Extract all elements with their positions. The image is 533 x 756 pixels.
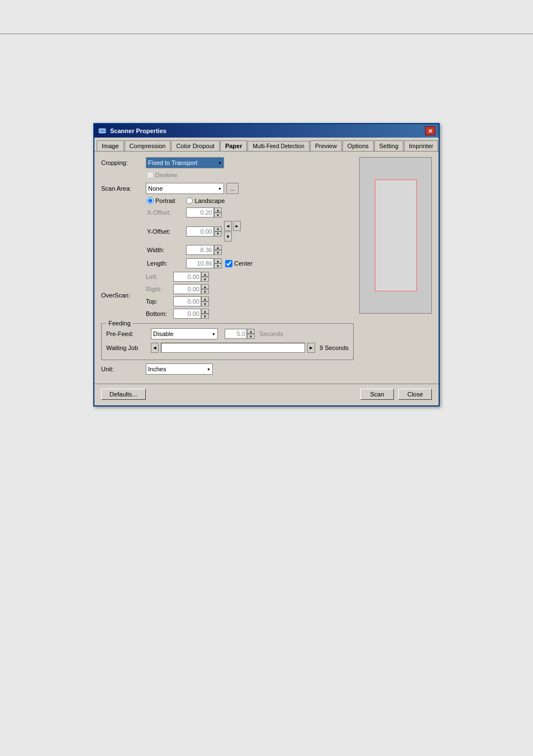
right-input[interactable]	[173, 284, 201, 294]
length-down-btn[interactable]: ▼	[214, 263, 222, 268]
unit-row: Unit: Inches	[101, 363, 354, 375]
length-up-btn[interactable]: ▲	[214, 258, 222, 263]
scan-area-label: Scan Area:	[101, 185, 146, 192]
xoffset-input[interactable]	[186, 207, 214, 218]
nav-left-btn[interactable]: ◄	[224, 221, 232, 231]
yoffset-row: Y-Offset: ▲ ▼ ◄	[147, 221, 354, 242]
orientation-row: Portrait Landscape	[147, 197, 354, 204]
length-label: Length:	[147, 260, 168, 267]
right-down-btn[interactable]: ▼	[201, 289, 209, 294]
landscape-radio-label[interactable]: Landscape	[186, 197, 225, 204]
tab-color-dropout[interactable]: Color Dropout	[171, 140, 219, 151]
form-section: Cropping: Fixed to Transport	[101, 157, 354, 378]
defaults-button[interactable]: Defaults...	[101, 389, 146, 400]
waiting-job-right-btn[interactable]: ►	[307, 343, 315, 353]
bottom-input[interactable]	[173, 309, 201, 319]
tab-preview[interactable]: Preview	[310, 140, 342, 151]
prefeed-seconds-label: Seconds	[259, 330, 283, 337]
xoffset-row: X-Offset: ▲ ▼	[147, 207, 354, 218]
xoffset-spinner-buttons: ▲ ▼	[214, 207, 222, 218]
prefeed-sec-down-btn[interactable]: ▼	[247, 334, 255, 339]
width-label: Width:	[147, 247, 164, 253]
top-up-btn[interactable]: ▲	[201, 296, 209, 301]
prefeed-select-wrapper[interactable]: Disable	[151, 328, 218, 339]
prefeed-seconds-spinner: ▲ ▼	[225, 329, 255, 339]
bottom-label: Bottom:	[146, 310, 167, 317]
prefeed-seconds-buttons: ▲ ▼	[247, 329, 255, 339]
prefeed-seconds-input[interactable]	[225, 329, 247, 339]
width-up-btn[interactable]: ▲	[214, 245, 222, 250]
width-input[interactable]	[186, 245, 214, 255]
close-window-button[interactable]: ✕	[425, 126, 435, 135]
bottom-up-btn[interactable]: ▲	[201, 309, 209, 314]
length-input[interactable]	[186, 258, 214, 268]
cropping-select-wrapper[interactable]: Fixed to Transport	[146, 157, 224, 168]
deskew-checkbox[interactable]	[147, 172, 154, 178]
scan-area-ellipsis-button[interactable]: ...	[226, 183, 239, 194]
preview-panel	[359, 157, 432, 378]
bottom-down-btn[interactable]: ▼	[201, 314, 209, 319]
unit-label: Unit:	[101, 366, 146, 372]
portrait-radio[interactable]	[147, 197, 154, 204]
width-spinner-buttons: ▲ ▼	[214, 245, 222, 255]
overscan-bottom-row: Bottom: ▲ ▼	[146, 309, 209, 319]
prefeed-select[interactable]: Disable	[151, 329, 213, 339]
tab-imprinter[interactable]: Imprinter	[404, 140, 438, 151]
right-spinner: ▲ ▼	[173, 284, 209, 294]
deskew-row: Deskew	[147, 172, 354, 178]
tab-multifeed[interactable]: Multi-Feed Detection	[248, 141, 309, 151]
scan-area-row: Scan Area: None ...	[101, 183, 354, 194]
scan-area-select-wrapper[interactable]: None	[146, 183, 224, 194]
scan-button[interactable]: Scan	[360, 389, 394, 400]
left-down-btn[interactable]: ▼	[201, 277, 209, 282]
yoffset-up-btn[interactable]: ▲	[214, 226, 222, 231]
left-input[interactable]	[173, 272, 201, 282]
tab-options[interactable]: Options	[342, 140, 374, 151]
dialog-title: Scanner Properties	[110, 127, 166, 134]
cropping-label: Cropping:	[101, 159, 146, 166]
right-spinner-buttons: ▲ ▼	[201, 284, 209, 294]
left-spinner: ▲ ▼	[173, 272, 209, 282]
waiting-job-left-btn[interactable]: ◄	[151, 343, 159, 353]
landscape-radio[interactable]	[186, 197, 193, 204]
content-area: Cropping: Fixed to Transport	[94, 152, 439, 384]
nav-down-btn[interactable]: ▼	[224, 231, 232, 242]
width-down-btn[interactable]: ▼	[214, 250, 222, 255]
right-label: Right:	[146, 286, 162, 292]
waiting-job-slider[interactable]	[161, 343, 305, 353]
unit-controls: Inches	[146, 363, 354, 375]
cropping-select[interactable]: Fixed to Transport	[146, 158, 219, 168]
right-up-btn[interactable]: ▲	[201, 284, 209, 289]
nav-right-btn[interactable]: ►	[233, 221, 241, 231]
tab-image[interactable]: Image	[97, 140, 124, 151]
top-down-btn[interactable]: ▼	[201, 301, 209, 306]
right-label-wrap: Right:	[146, 286, 171, 292]
top-label: Top:	[146, 298, 158, 305]
bottom-spinner: ▲ ▼	[173, 309, 209, 319]
deskew-label[interactable]: Deskew	[147, 172, 177, 178]
prefeed-sec-up-btn[interactable]: ▲	[247, 329, 255, 334]
portrait-radio-label[interactable]: Portrait	[147, 197, 175, 204]
xoffset-down-btn[interactable]: ▼	[214, 212, 222, 218]
top-spinner-buttons: ▲ ▼	[201, 296, 209, 306]
yoffset-nav: ◄ ► ▼	[224, 221, 241, 242]
center-label[interactable]: Center	[225, 260, 253, 267]
unit-select[interactable]: Inches	[146, 364, 208, 374]
tab-paper[interactable]: Paper	[220, 140, 248, 152]
tab-compression[interactable]: Compression	[125, 140, 171, 151]
yoffset-nav-row2: ▼	[224, 231, 241, 242]
unit-select-wrapper[interactable]: Inches	[146, 363, 213, 375]
orientation-radio-group: Portrait Landscape	[147, 197, 225, 204]
tab-setting[interactable]: Setting	[374, 140, 403, 151]
yoffset-down-btn[interactable]: ▼	[214, 231, 222, 237]
top-input[interactable]	[173, 296, 201, 306]
yoffset-label: Y-Offset:	[147, 228, 170, 235]
title-bar: Scanner Properties ✕	[94, 124, 439, 138]
xoffset-up-btn[interactable]: ▲	[214, 207, 222, 212]
close-button[interactable]: Close	[398, 389, 432, 400]
left-up-btn[interactable]: ▲	[201, 272, 209, 277]
length-row: Length: ▲ ▼ Center	[147, 258, 354, 268]
center-checkbox[interactable]	[225, 260, 232, 267]
yoffset-input[interactable]	[186, 226, 214, 237]
scan-area-select[interactable]: None	[146, 183, 219, 193]
